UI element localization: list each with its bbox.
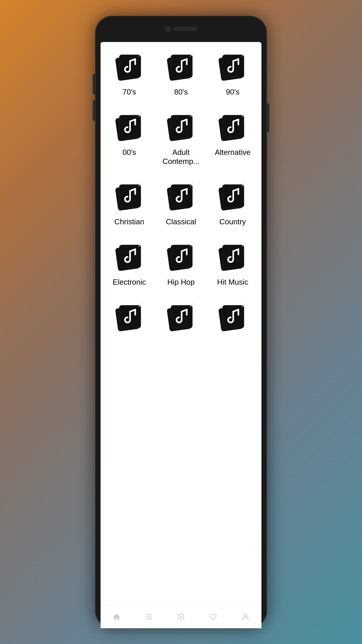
volume-down-button[interactable] [93,100,95,121]
music-icon-electronic [113,241,145,273]
music-icon-partial3 [217,301,249,333]
music-icon-70s [113,51,145,83]
music-icon-partial2 [165,301,197,333]
genre-label-christian: Christian [114,217,144,226]
scroll-content[interactable]: 70's 80's [101,42,261,605]
genre-item-partial2[interactable] [155,295,207,347]
genre-label-hit-music: Hit Music [217,278,248,287]
phone-shell: 70's 80's [95,16,267,628]
genre-grid: 70's 80's [103,45,259,347]
genre-item-christian[interactable]: Christian [103,175,155,235]
music-icon-hip-hop [165,241,197,273]
music-icon-hit-music [217,241,249,273]
genre-item-electronic[interactable]: Electronic [103,235,155,295]
music-icon-adult-contemp [165,111,197,143]
svg-point-106 [180,616,182,618]
genre-item-classical[interactable]: Classical [155,175,207,235]
genre-label-90s: 90's [226,88,240,97]
camera [165,26,171,32]
genre-label-adult-contemp: Adult Contemp... [158,148,204,166]
music-icon-classical [165,181,197,213]
power-button[interactable] [267,103,269,132]
nav-browse[interactable] [143,611,155,623]
genre-label-hip-hop: Hip Hop [167,278,195,287]
svg-point-107 [244,614,247,617]
speaker [173,27,197,31]
genre-item-hit-music[interactable]: Hit Music [207,235,259,295]
music-icon-90s [217,51,249,83]
nav-library[interactable] [175,611,187,623]
genre-item-70s[interactable]: 70's [103,45,155,105]
genre-label-70s: 70's [122,88,136,97]
genre-label-80s: 80's [174,88,188,97]
phone-top-bar [95,16,267,42]
music-icon-country [217,181,249,213]
genre-item-00s[interactable]: 00's [103,105,155,175]
genre-item-80s[interactable]: 80's [155,45,207,105]
music-icon-christian [113,181,145,213]
genre-item-90s[interactable]: 90's [207,45,259,105]
genre-label-classical: Classical [166,217,196,226]
genre-label-country: Country [219,217,246,226]
genre-label-00s: 00's [122,148,136,157]
nav-favorites[interactable] [207,611,219,623]
genre-item-country[interactable]: Country [207,175,259,235]
music-icon-alternative [217,111,249,143]
nav-home[interactable] [111,611,122,623]
music-icon-80s [165,51,197,83]
genre-item-partial1[interactable] [103,295,155,347]
phone-screen: 70's 80's [101,42,261,628]
bottom-nav [101,605,261,628]
volume-up-button[interactable] [93,74,95,94]
nav-profile[interactable] [240,611,251,623]
genre-item-hip-hop[interactable]: Hip Hop [155,235,207,295]
genre-item-partial3[interactable] [207,295,259,347]
genre-item-adult-contemp[interactable]: Adult Contemp... [155,105,207,175]
music-icon-00s [113,111,145,143]
genre-item-alternative[interactable]: Alternative [207,105,259,175]
music-icon-partial1 [113,301,145,333]
genre-label-alternative: Alternative [215,148,251,157]
genre-label-electronic: Electronic [113,278,146,287]
